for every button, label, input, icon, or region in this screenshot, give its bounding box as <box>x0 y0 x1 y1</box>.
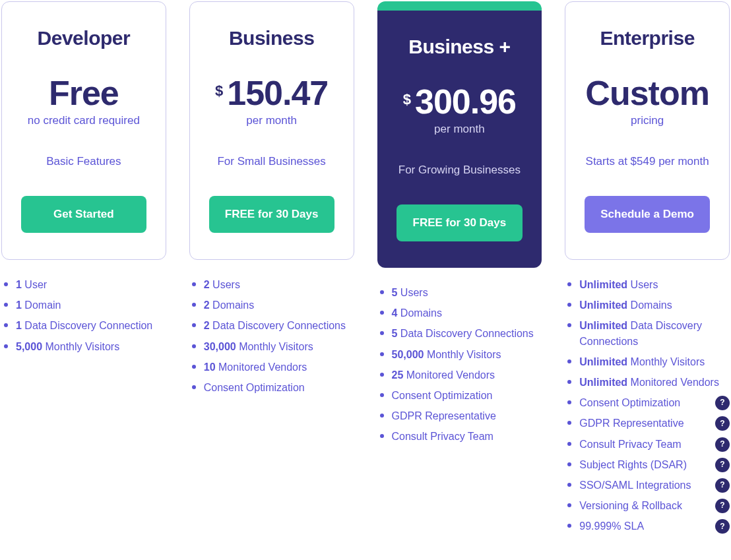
feature-label: User <box>24 279 47 290</box>
bullet-icon <box>4 282 8 286</box>
feature-label: Monthly Visitors <box>239 341 313 352</box>
bullet-icon <box>567 359 571 363</box>
feature-item: Subject Rights (DSAR)? <box>567 454 730 475</box>
feature-text: 2 Data Discovery Connections <box>204 318 354 333</box>
price-main: 300.96 <box>415 84 516 119</box>
feature-text: 1 Data Discovery Connection <box>16 318 166 333</box>
cta-button[interactable]: FREE for 30 Days <box>209 196 334 233</box>
feature-text: 5,000 Monthly Visitors <box>16 339 166 354</box>
cta-button[interactable]: Get Started <box>21 196 146 233</box>
plan-card: Business +$300.96per monthFor Growing Bu… <box>377 1 542 268</box>
feature-value: 5,000 <box>16 341 42 352</box>
feature-item: Consult Privacy Team? <box>567 434 730 454</box>
feature-label: Consent Optimization <box>204 382 305 393</box>
feature-item: 2 Users <box>192 274 354 295</box>
bullet-icon <box>4 323 8 327</box>
feature-label: Monthly Visitors <box>631 356 705 367</box>
help-icon[interactable]: ? <box>715 458 730 472</box>
price-sub: pricing <box>576 114 718 127</box>
bullet-icon <box>380 331 384 335</box>
bullet-icon <box>567 503 571 507</box>
feature-text: 4 Domains <box>392 305 542 321</box>
feature-text: 1 User <box>16 277 166 292</box>
feature-value: 1 <box>16 299 22 311</box>
feature-text: Versioning & Rollback <box>579 498 707 513</box>
feature-label: Domains <box>631 299 672 311</box>
feature-list: 5 Users4 Domains5 Data Discovery Connect… <box>377 282 542 447</box>
feature-label: Domains <box>400 307 442 319</box>
plan-title: Developer <box>13 27 155 49</box>
bullet-icon <box>567 323 571 327</box>
feature-value: Unlimited <box>579 377 627 388</box>
feature-label: Users <box>631 279 658 290</box>
bullet-icon <box>4 303 8 307</box>
help-icon[interactable]: ? <box>715 499 730 513</box>
feature-text: Consent Optimization <box>392 388 542 403</box>
feature-value: 50,000 <box>392 349 424 360</box>
bullet-icon <box>567 380 571 384</box>
feature-label: Data Discovery Connections <box>212 320 346 331</box>
feature-text: 25 Monitored Vendors <box>392 367 542 383</box>
feature-value: 30,000 <box>204 341 236 352</box>
feature-item: Consent Optimization? <box>567 392 730 413</box>
feature-text: 2 Domains <box>204 297 354 313</box>
feature-value: Unlimited <box>579 320 627 331</box>
bullet-icon <box>4 344 8 348</box>
bullet-icon <box>380 352 384 356</box>
currency-symbol: $ <box>215 82 223 100</box>
cta-button[interactable]: Schedule a Demo <box>585 196 710 233</box>
help-icon[interactable]: ? <box>715 396 730 410</box>
feature-item: 1 User <box>4 274 166 295</box>
cta-button[interactable]: FREE for 30 Days <box>397 204 523 241</box>
feature-value: 1 <box>16 279 22 290</box>
feature-label: Users <box>212 279 240 290</box>
bullet-icon <box>380 434 384 438</box>
bullet-icon <box>567 483 571 487</box>
feature-label: GDPR Representative <box>392 410 496 421</box>
help-icon[interactable]: ? <box>715 478 730 493</box>
feature-label: Subject Rights (DSAR) <box>579 459 687 470</box>
price-main: Free <box>49 76 119 110</box>
feature-label: Consult Privacy Team <box>579 439 681 450</box>
feature-label: Monitored Vendors <box>218 361 307 373</box>
feature-value: 2 <box>204 299 210 311</box>
feature-item: 10 Monitored Vendors <box>192 357 354 377</box>
feature-label: Consult Privacy Team <box>392 431 493 442</box>
feature-item: 4 Domains <box>380 303 542 323</box>
pricing-plan: Business +$300.96per monthFor Growing Bu… <box>377 1 542 536</box>
plan-card: EnterpriseCustompricingStarts at $549 pe… <box>565 1 730 260</box>
bullet-icon <box>380 414 384 418</box>
feature-label: Data Discovery Connection <box>24 320 152 331</box>
feature-value: 5 <box>392 328 398 339</box>
help-icon[interactable]: ? <box>715 519 730 534</box>
feature-list: 1 User1 Domain1 Data Discovery Connectio… <box>1 274 166 357</box>
price-main: Custom <box>585 76 709 110</box>
feature-item: Unlimited Users <box>567 274 730 295</box>
help-icon[interactable]: ? <box>715 416 730 431</box>
bullet-icon <box>567 282 571 286</box>
plan-description: For Growing Businesses <box>388 164 532 177</box>
feature-item: 2 Data Discovery Connections <box>192 315 354 336</box>
feature-label: Domains <box>212 299 254 311</box>
plan-title: Enterprise <box>576 27 718 49</box>
price-line: Custom <box>576 76 718 110</box>
feature-label: Domain <box>24 299 61 311</box>
pricing-plan: EnterpriseCustompricingStarts at $549 pe… <box>565 1 730 536</box>
bullet-icon <box>567 462 571 466</box>
feature-item: 50,000 Monthly Visitors <box>380 344 542 365</box>
bullet-icon <box>192 385 196 389</box>
feature-text: Consent Optimization <box>579 395 707 410</box>
bullet-icon <box>567 421 571 425</box>
pricing-plan: DeveloperFreeno credit card requiredBasi… <box>1 1 166 536</box>
plan-description: Starts at $549 per month <box>576 155 718 168</box>
feature-item: Versioning & Rollback? <box>567 495 730 516</box>
feature-text: Unlimited Users <box>579 277 730 292</box>
help-icon[interactable]: ? <box>715 437 730 452</box>
bullet-icon <box>567 400 571 404</box>
feature-label: Consent Optimization <box>392 390 493 401</box>
feature-label: Monitored Vendors <box>406 369 495 381</box>
feature-text: Unlimited Domains <box>579 297 730 313</box>
price-line: Free <box>13 76 155 110</box>
feature-label: Data Discovery Connections <box>400 328 534 339</box>
feature-text: GDPR Representative <box>392 408 542 423</box>
